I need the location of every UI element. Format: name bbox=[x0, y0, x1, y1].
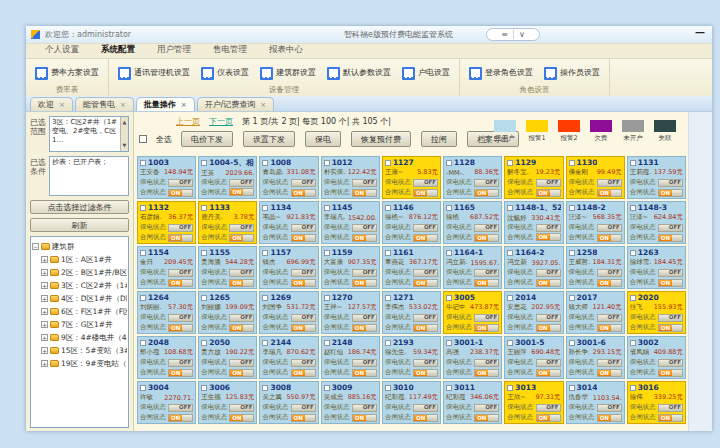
action-button[interactable]: 拉闸 bbox=[421, 131, 457, 147]
protect-status-toggle[interactable]: OFF bbox=[413, 314, 438, 322]
switch-status-toggle[interactable]: ON bbox=[413, 189, 438, 197]
meter-card[interactable]: 3004 许敏 2270.71. 保电状态 OFF bbox=[137, 381, 196, 424]
document-tab[interactable]: 批量操作 × bbox=[136, 97, 195, 111]
card-checkbox[interactable] bbox=[507, 160, 513, 166]
tree-item[interactable]: + 9区：4#楼电井（4#楼… bbox=[32, 331, 127, 344]
meter-card[interactable]: 2014 安思花 202.95元 保电状态 OFF bbox=[504, 291, 563, 334]
card-checkbox[interactable] bbox=[262, 385, 268, 391]
refresh-button[interactable]: 刷新 bbox=[30, 218, 129, 232]
switch-status-toggle[interactable]: ON bbox=[536, 189, 561, 197]
document-tab[interactable]: 开户/记费查询 × bbox=[197, 97, 275, 111]
meter-card[interactable]: 3006 王生福 125.83元 保电状态 OFF bbox=[198, 381, 257, 424]
protect-status-toggle[interactable]: OFF bbox=[413, 179, 438, 187]
expand-icon[interactable]: + bbox=[41, 347, 48, 354]
card-checkbox[interactable] bbox=[324, 250, 330, 256]
tree-item[interactable]: + 19区：9#变电站（2#… bbox=[32, 357, 127, 370]
meter-card[interactable]: 1157 钱杰 696.99元 保电状态 OFF bbox=[259, 246, 318, 289]
card-checkbox[interactable] bbox=[385, 250, 391, 256]
meter-card[interactable]: 1012 朴实保. 122.42元 保电状态 OFF bbox=[321, 156, 380, 199]
meter-card[interactable]: 1271 李伟杰 533.02元 保电状态 OFF bbox=[382, 291, 441, 334]
protect-status-toggle[interactable]: OFF bbox=[168, 314, 193, 322]
protect-status-toggle[interactable]: OFF bbox=[168, 404, 193, 412]
meter-card[interactable]: 1258 王威哲. 184.31元 保电状态 OFF bbox=[566, 246, 625, 289]
meter-card[interactable]: 3005 牛记中 473.87元 保电状态 OFF bbox=[443, 291, 502, 334]
meter-card[interactable]: 3010 纪彩霞. 117.49元 保电状态 OFF bbox=[382, 381, 441, 424]
tree-item[interactable]: + 15区：5#变站（3#变… bbox=[32, 344, 127, 357]
switch-status-toggle[interactable]: ON bbox=[168, 189, 193, 197]
switch-status-toggle[interactable]: ON bbox=[229, 188, 254, 196]
card-checkbox[interactable] bbox=[385, 205, 391, 211]
switch-status-toggle[interactable]: ON bbox=[229, 324, 254, 332]
switch-status-toggle[interactable]: ON bbox=[597, 279, 622, 287]
card-checkbox[interactable] bbox=[324, 295, 330, 301]
card-checkbox[interactable] bbox=[446, 205, 452, 211]
close-icon[interactable]: × bbox=[120, 101, 126, 109]
protect-status-toggle[interactable]: OFF bbox=[536, 269, 561, 277]
switch-status-toggle[interactable]: ON bbox=[291, 369, 316, 377]
meter-card[interactable]: 3001-6 孙长争. 293.15元 保电状态 OFF bbox=[566, 336, 625, 379]
tree-item[interactable]: + 4区：D区1#井（D区1… bbox=[32, 292, 127, 305]
switch-status-toggle[interactable]: ON bbox=[291, 189, 316, 197]
meter-card[interactable]: 3001-1 高强 238.37元 保电状态 OFF bbox=[443, 336, 502, 379]
card-checkbox[interactable] bbox=[262, 295, 268, 301]
pin-icon[interactable]: ≡ bbox=[501, 30, 508, 39]
switch-status-toggle[interactable]: ON bbox=[168, 414, 193, 422]
switch-status-toggle[interactable]: ON bbox=[536, 279, 561, 287]
protect-status-toggle[interactable]: OFF bbox=[352, 179, 377, 187]
protect-status-toggle[interactable]: OFF bbox=[536, 314, 561, 322]
switch-status-toggle[interactable]: ON bbox=[597, 234, 622, 242]
meter-card[interactable]: 1148-1、522 沈毓婷 330.41元 保电状态 OFF bbox=[504, 201, 563, 244]
protect-status-toggle[interactable]: OFF bbox=[168, 269, 193, 277]
card-checkbox[interactable] bbox=[324, 385, 330, 391]
switch-status-toggle[interactable]: ON bbox=[229, 279, 254, 287]
card-checkbox[interactable] bbox=[569, 340, 575, 346]
expand-icon[interactable]: + bbox=[41, 321, 48, 328]
protect-status-toggle[interactable]: OFF bbox=[229, 224, 254, 232]
card-checkbox[interactable] bbox=[630, 160, 636, 166]
card-checkbox[interactable] bbox=[262, 340, 268, 346]
meter-card[interactable]: 3014 仇春华 1103.54. 保电状态 OFF bbox=[566, 381, 625, 424]
protect-status-toggle[interactable]: OFF bbox=[352, 359, 377, 367]
close-icon[interactable]: × bbox=[260, 101, 266, 109]
protect-status-toggle[interactable]: OFF bbox=[168, 224, 193, 232]
protect-status-toggle[interactable]: OFF bbox=[474, 179, 499, 187]
expand-icon[interactable]: + bbox=[41, 360, 48, 367]
meter-card[interactable]: 2050 贵方放 190.22元 保电状态 OFF bbox=[198, 336, 257, 379]
meter-card[interactable]: 1270 王祥~ 127.57元 保电状态 OFF bbox=[321, 291, 380, 334]
card-checkbox[interactable] bbox=[446, 385, 452, 391]
card-checkbox[interactable] bbox=[201, 295, 207, 301]
card-checkbox[interactable] bbox=[140, 250, 146, 256]
protect-status-toggle[interactable]: OFF bbox=[413, 269, 438, 277]
meter-card[interactable]: 1129 解冬宝. 19.23元 保电状态 OFF bbox=[504, 156, 563, 199]
switch-status-toggle[interactable]: ON bbox=[536, 233, 561, 241]
meter-card[interactable]: 1165 徐艳 687.52元 保电状态 OFF bbox=[443, 201, 502, 244]
expand-icon[interactable]: + bbox=[41, 295, 48, 302]
protect-status-toggle[interactable]: OFF bbox=[658, 269, 683, 277]
protect-status-toggle[interactable]: OFF bbox=[536, 224, 561, 232]
ribbon-tab[interactable]: 系统配置 bbox=[90, 42, 146, 58]
protect-status-toggle[interactable]: OFF bbox=[474, 314, 499, 322]
ribbon-button[interactable]: 建筑群设置 bbox=[256, 65, 320, 81]
switch-status-toggle[interactable]: ON bbox=[658, 369, 683, 377]
switch-status-toggle[interactable]: ON bbox=[536, 324, 561, 332]
meter-card[interactable]: 3016 徐伟 339.25元 保电状态 OFF bbox=[627, 381, 686, 424]
document-tab[interactable]: 能管售电 × bbox=[75, 97, 134, 111]
card-checkbox[interactable] bbox=[569, 295, 575, 301]
protect-status-toggle[interactable]: OFF bbox=[597, 179, 622, 187]
choose-filter-button[interactable]: 点击选择过滤条件 bbox=[30, 200, 129, 214]
next-page-link[interactable]: 下一页 bbox=[209, 116, 233, 127]
card-checkbox[interactable] bbox=[569, 385, 575, 391]
meter-card[interactable]: 2193 徐先生. 59.34元 保电状态 OFF bbox=[382, 336, 441, 379]
action-button[interactable]: 保电 bbox=[305, 131, 341, 147]
protect-status-toggle[interactable]: OFF bbox=[291, 269, 316, 277]
chevron-down-icon[interactable]: ∨ bbox=[519, 30, 525, 39]
switch-status-toggle[interactable]: ON bbox=[658, 234, 683, 242]
protect-status-toggle[interactable]: OFF bbox=[352, 314, 377, 322]
protect-status-toggle[interactable]: OFF bbox=[658, 314, 683, 322]
card-checkbox[interactable] bbox=[446, 160, 452, 166]
protect-status-toggle[interactable]: OFF bbox=[291, 314, 316, 322]
switch-status-toggle[interactable]: ON bbox=[658, 189, 683, 197]
protect-status-toggle[interactable]: OFF bbox=[474, 269, 499, 277]
selected-range-listbox[interactable]: 3区：C区2#井（1#变电、2#变电，C区1… ▲ ▼ bbox=[49, 116, 129, 152]
tree-item[interactable]: + 3区：C区2#井（1#变… bbox=[32, 279, 127, 292]
